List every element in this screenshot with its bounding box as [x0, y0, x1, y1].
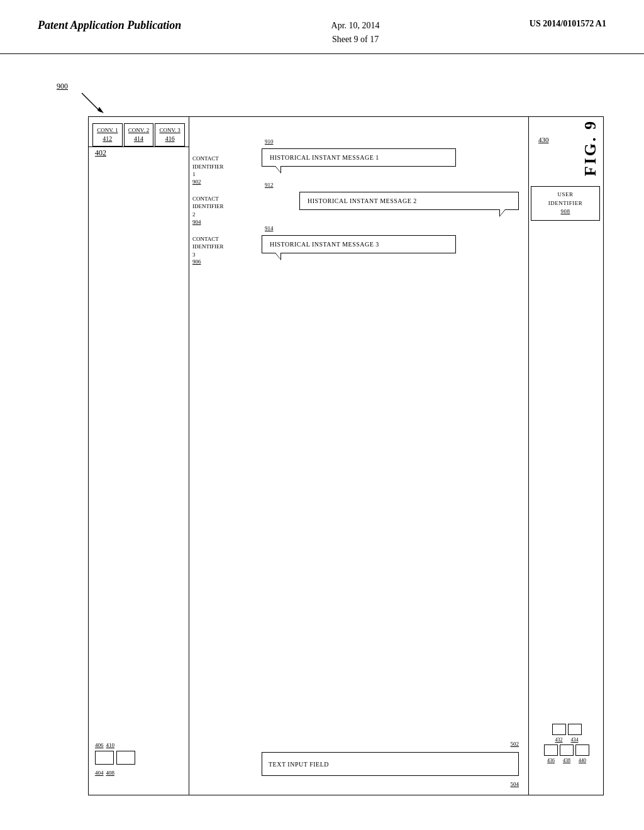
conv-1-ref: 412: [97, 135, 118, 143]
icon-440[interactable]: [575, 744, 589, 756]
ref-906: 906: [192, 258, 262, 265]
conv-1-label: CONV. 1: [97, 126, 118, 135]
left-panel-icons: 406 410 404 408: [95, 743, 135, 776]
svg-line-0: [82, 93, 101, 112]
ref-900: 900: [57, 82, 68, 91]
ref-504: 504: [511, 781, 519, 787]
right-panel-icons: 432 434 436 438 440: [532, 724, 601, 763]
message-bubble-3: HISTORICAL INSTANT MESSAGE 3: [262, 235, 456, 253]
message-bubble-1: HISTORICAL INSTANT MESSAGE 1: [262, 148, 456, 167]
icon-438[interactable]: [560, 744, 574, 756]
conv-tab-2[interactable]: CONV. 2 414: [124, 123, 153, 147]
conv-2-ref: 414: [128, 135, 149, 143]
header-center: Apr. 10, 2014 Sheet 9 of 17: [331, 19, 380, 47]
conv-3-ref: 416: [159, 135, 180, 143]
ref-404: 404: [95, 770, 104, 776]
ref-440: 440: [575, 758, 589, 763]
contact-3: CONTACTIDENTIFIER3 906: [192, 235, 262, 265]
contact-2: CONTACTIDENTIFIER2 904: [192, 195, 262, 225]
text-input-container: 502 TEXT INPUT FIELD 504: [262, 752, 519, 776]
ref-912: 912: [265, 182, 274, 188]
message-3-container: 914 HISTORICAL INSTANT MESSAGE 3: [262, 235, 519, 253]
main-diagram-box: CONV. 1 412 CONV. 2 414 CONV. 3 416 402 …: [88, 116, 604, 795]
conv-tab-1[interactable]: CONV. 1 412: [92, 123, 122, 147]
ref-408: 408: [106, 770, 115, 776]
contact-1: CONTACTIDENTIFIER1 902: [192, 155, 262, 185]
icon-434[interactable]: [568, 724, 582, 735]
message-bubble-2: HISTORICAL INSTANT MESSAGE 2 USERIDENTIF…: [299, 192, 519, 210]
ref-410: 410: [106, 743, 115, 748]
ref-914: 914: [265, 225, 274, 231]
ref-402: 402: [95, 148, 106, 158]
arrow-900-svg: [63, 87, 113, 118]
icon-408[interactable]: [116, 751, 135, 765]
diagram-area: FIG. 9 900 CONV. 1 412 CONV. 2 414 CONV.…: [38, 69, 606, 792]
right-panel: 430 432 434 436: [529, 117, 604, 795]
contact-list: CONTACTIDENTIFIER1 902 CONTACTIDENTIFIER…: [192, 155, 262, 275]
icon-404[interactable]: [95, 751, 114, 765]
message-2-container: 912 HISTORICAL INSTANT MESSAGE 2 USERIDE…: [262, 192, 519, 210]
conv-2-label: CONV. 2: [128, 126, 149, 135]
ref-910: 910: [265, 138, 274, 145]
page-header: Patent Application Publication Apr. 10, …: [0, 0, 644, 54]
messages-area: 910 HISTORICAL INSTANT MESSAGE 1 912 HIS…: [262, 130, 519, 744]
ref-432: 432: [552, 737, 566, 743]
publication-title: Patent Application Publication: [38, 19, 181, 32]
patent-number: US 2014/0101572 A1: [530, 19, 606, 29]
ref-902: 902: [192, 179, 262, 185]
icon-436[interactable]: [544, 744, 558, 756]
ref-430: 430: [538, 136, 549, 143]
ref-904: 904: [192, 219, 262, 225]
header-sheet: Sheet 9 of 17: [332, 35, 379, 44]
conv-tabs: CONV. 1 412 CONV. 2 414 CONV. 3 416: [89, 117, 189, 147]
message-1-container: 910 HISTORICAL INSTANT MESSAGE 1: [262, 148, 519, 167]
left-panel: CONV. 1 412 CONV. 2 414 CONV. 3 416 402 …: [89, 117, 189, 795]
ref-438: 438: [560, 758, 574, 763]
svg-marker-1: [97, 107, 104, 113]
conv-tab-3[interactable]: CONV. 3 416: [155, 123, 184, 147]
conv-3-label: CONV. 3: [159, 126, 180, 135]
text-input-field[interactable]: TEXT INPUT FIELD: [262, 752, 519, 776]
icon-432[interactable]: [552, 724, 566, 735]
ref-436: 436: [544, 758, 558, 763]
header-date: Apr. 10, 2014: [331, 21, 380, 30]
ref-434: 434: [568, 737, 582, 743]
mid-panel: CONTACTIDENTIFIER1 902 CONTACTIDENTIFIER…: [189, 117, 529, 795]
ref-406: 406: [95, 743, 104, 748]
ref-502: 502: [511, 741, 519, 747]
